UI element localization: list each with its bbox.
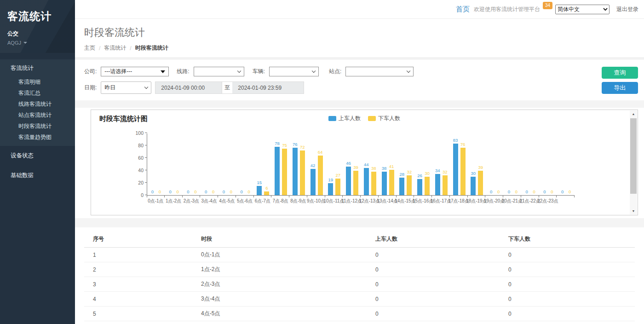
hourly-stats-table: 序号时段上车人数下车人数 10点-1点0021点-2点0032点-3点0043点… [84, 231, 635, 324]
home-link[interactable]: 首页 [456, 5, 470, 14]
x-axis-tick [468, 196, 486, 197]
x-axis-category-label: 12点-13点 [361, 198, 379, 204]
logout-link[interactable]: 退出登录 [616, 6, 638, 13]
table-body: 10点-1点0021点-2点0032点-3点0043点-4点0054点-5点00… [84, 248, 635, 324]
date-from-input[interactable]: 2024-01-09 00:00 [155, 81, 222, 94]
bar-value-label: 30 [471, 171, 476, 176]
table-cell: 5点-6点 [192, 321, 367, 324]
org-code-dropdown[interactable]: AQGJ [7, 40, 68, 46]
x-axis-category-label: 2点-3点 [183, 198, 201, 204]
sidebar-section-0[interactable]: 客流统计 [0, 59, 75, 76]
x-axis-tick [165, 196, 183, 197]
bar-value-label: 0 [176, 190, 178, 194]
bar-value-label: 38 [371, 166, 376, 171]
sidebar-section-2[interactable]: 基础数据 [0, 166, 75, 185]
bar-value-label: 28 [400, 172, 405, 177]
table-cell: 1 [84, 248, 192, 262]
bar-value-label: 32 [407, 170, 412, 174]
dropdown-arrow-icon [161, 70, 165, 73]
chart-category: 3841 [379, 133, 397, 195]
bar-value-label: 72 [300, 145, 305, 150]
x-axis-category-label: 11点-12点 [343, 198, 361, 204]
table-cell: 0 [500, 248, 635, 262]
table-cell: 6 [84, 321, 192, 324]
company-select[interactable]: ---请选择--- [101, 67, 169, 76]
y-axis-tick [145, 145, 147, 145]
x-axis-tick [183, 196, 201, 197]
vehicle-select[interactable] [269, 67, 319, 76]
chart-category: 7875 [272, 133, 290, 195]
sidebar-item-0-1[interactable]: 客流汇总 [0, 87, 75, 98]
bar-上车人数 [346, 167, 351, 195]
table-cell: 0 [500, 277, 635, 292]
legend-item-下车人数[interactable]: 下车人数 [368, 115, 400, 122]
sidebar-item-0-5[interactable]: 客流量趋势图 [0, 132, 75, 143]
bar-下车人数 [443, 175, 448, 195]
chart-category: 4639 [343, 133, 361, 195]
bar-value-label: 0 [561, 190, 564, 194]
export-button[interactable]: 导出 [602, 82, 638, 94]
table-cell: 0 [500, 307, 635, 321]
org-name: 公交 [7, 30, 68, 38]
table-header-cell: 上车人数 [367, 231, 500, 248]
bar-value-label: 0 [533, 190, 535, 194]
chart-category: 156 [254, 133, 272, 195]
x-axis-category-label: 14点-15点 [397, 198, 414, 204]
scrollbar-up-arrow-icon[interactable]: ▲ [630, 110, 637, 117]
bar-value-label: 75 [282, 143, 287, 148]
scrollbar-track[interactable] [630, 195, 637, 208]
chart-category: 00 [236, 133, 254, 195]
line-select[interactable] [194, 67, 244, 76]
bar-value-label: 39 [353, 165, 358, 170]
bar-下车人数 [282, 149, 287, 195]
app-logo-title: 客流统计 [7, 9, 68, 23]
chart-category: 00 [147, 133, 165, 195]
chart-category: 2832 [397, 133, 415, 195]
x-axis-tick [485, 196, 503, 197]
x-axis-tick [325, 196, 343, 197]
bar-value-label: 0 [543, 190, 546, 194]
breadcrumb-item-0[interactable]: 主页 [84, 44, 95, 52]
sidebar-item-0-0[interactable]: 客流明细 [0, 76, 75, 87]
bar-下车人数 [425, 177, 430, 196]
x-axis-tick [521, 196, 539, 197]
bar-value-label: 15 [257, 180, 262, 185]
x-axis-tick [200, 196, 218, 197]
bar-上车人数 [471, 177, 476, 196]
sidebar-item-0-3[interactable]: 站点客流统计 [0, 110, 75, 121]
table-header-cell: 时段 [192, 231, 367, 248]
breadcrumb: 主页/客流统计/时段客流统计 [84, 44, 635, 52]
scrollbar-thumb[interactable] [630, 118, 637, 194]
date-preset-select[interactable]: 昨日 [101, 81, 151, 94]
table-row: 54点-5点00 [84, 307, 635, 321]
bar-value-label: 0 [194, 190, 196, 194]
legend-item-上车人数[interactable]: 上车人数 [328, 115, 361, 122]
x-axis-tick [414, 196, 432, 197]
chart-plot: 0000000000001567875767242641927463944383… [147, 133, 575, 196]
language-select[interactable]: 简体中文 [555, 5, 610, 14]
bar-value-label: 27 [336, 173, 341, 178]
sidebar-item-0-4[interactable]: 时段客流统计 [0, 121, 75, 132]
chart-scrollbar[interactable]: ▲ ▼ [630, 110, 637, 214]
station-label: 站点: [329, 68, 341, 75]
chart-bars-container: 0000000000001567875767242641927463944383… [147, 133, 575, 195]
bar-value-label: 0 [151, 190, 154, 194]
table-cell: 0 [367, 277, 500, 292]
chart-category: 00 [522, 133, 540, 195]
table-row: 10点-1点00 [84, 248, 635, 262]
x-axis-category-label: 3点-4点 [200, 198, 218, 204]
chart-category: 00 [557, 133, 575, 195]
chart-panel: 时段车流统计图 上车人数下车人数 00000000000015678757672… [91, 110, 638, 215]
station-select[interactable] [345, 67, 414, 76]
sidebar-item-0-2[interactable]: 线路客流统计 [0, 98, 75, 110]
query-button[interactable]: 查询 [602, 67, 638, 79]
vehicle-label: 车辆: [253, 68, 265, 75]
scrollbar-down-arrow-icon[interactable]: ▼ [630, 208, 637, 214]
y-axis-label: 80 [128, 143, 144, 148]
y-axis-tick [145, 195, 147, 195]
date-to-input[interactable]: 2024-01-09 23:59 [232, 81, 304, 94]
breadcrumb-item-1[interactable]: 客流统计 [104, 44, 126, 52]
company-select-value: ---请选择--- [104, 68, 132, 75]
sidebar-section-1[interactable]: 设备状态 [0, 146, 75, 166]
bar-下车人数 [353, 171, 358, 195]
